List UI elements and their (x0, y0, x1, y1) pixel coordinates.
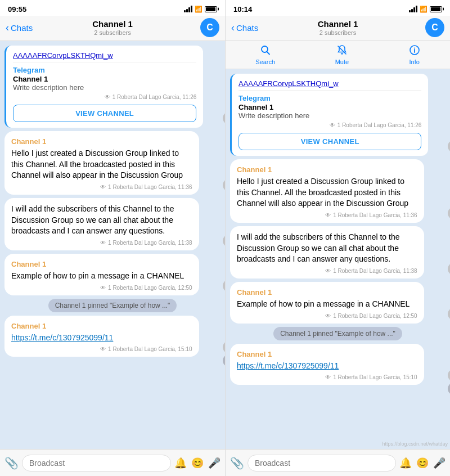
back-chevron-left: ‹ (6, 23, 9, 33)
svg-line-1 (267, 52, 269, 55)
plain-msg-text-left: I will add the subscribers of this Chann… (11, 204, 192, 237)
channel-msg1-text-right: Hello I just created a Discussion Group … (237, 176, 417, 209)
toolbar-info-label-right: Info (410, 59, 420, 65)
nav-center-right: Channel 1 2 subscribers (318, 19, 358, 36)
welcome-link-left[interactable]: AAAAAFRCorvpLSKTHQmi_w (13, 51, 196, 60)
eye-icon-left-0: 👁 (105, 94, 110, 100)
share-btn-plain-right[interactable]: ➤ (448, 263, 450, 275)
welcome-card-wrapper-right: AAAAAFRCorvpLSKTHQmi_w Telegram Channel … (230, 74, 446, 156)
welcome-channel-right: Channel 1 (238, 103, 421, 111)
channel-msg2-text-left: Example of how to pin a message in a CHA… (11, 271, 192, 282)
welcome-desc-left: Write description here (13, 83, 196, 92)
nav-center-left: Channel 1 2 subscribers (92, 19, 133, 36)
toolbar-right: Search Mute (226, 41, 450, 69)
wifi-icon-right: 📶 (420, 6, 428, 13)
emoji-icon-left[interactable]: 😊 (191, 457, 204, 469)
attach-icon-left[interactable]: 📎 (4, 456, 19, 470)
bell-icon-left[interactable]: 🔔 (174, 457, 187, 469)
toolbar-search-label-right: Search (255, 59, 275, 65)
channel-label-link-left: Channel 1 (11, 321, 192, 331)
channel-msg1-left: Channel 1 Hello I just created a Discuss… (4, 131, 199, 195)
broadcast-input-left[interactable] (22, 455, 171, 471)
nav-avatar-left[interactable]: C (200, 18, 219, 37)
svg-point-5 (414, 48, 415, 49)
search-icon-right (260, 44, 271, 57)
eye-icon-left-5: 👁 (100, 345, 106, 353)
eye-icon-left-2: 👁 (100, 239, 106, 247)
screen-right: 10:14 📶 ‹ Chats Channel 1 (225, 0, 450, 476)
eye-icon-right-0: 👁 (330, 122, 335, 128)
toolbar-search-right[interactable]: Search (255, 44, 275, 65)
channel-label-msg2-left: Channel 1 (11, 259, 192, 270)
channel-msg2-right: Channel 1 Example of how to pin a messag… (230, 282, 424, 324)
bell-off-icon-right (336, 44, 348, 57)
channel-msg2-left: Channel 1 Example of how to pin a messag… (4, 254, 199, 295)
toolbar-info-right[interactable]: Info (409, 44, 420, 65)
battery-icon-right (430, 6, 442, 12)
screen-left: 09:55 📶 ‹ Chats Channel 1 (0, 0, 225, 476)
plain-msg-wrapper-left: I will add the subscribers of this Chann… (4, 198, 220, 250)
back-button-left[interactable]: ‹ Chats (6, 23, 33, 33)
nav-subtitle-right: 2 subscribers (318, 29, 358, 36)
welcome-meta-left: 👁 1 Roberta Dal Lago Garcia, 11:26 (13, 94, 196, 100)
toolbar-mute-label-right: Mute (335, 59, 349, 65)
welcome-card-right: AAAAAFRCorvpLSKTHQmi_w Telegram Channel … (230, 74, 428, 156)
share-btn-pin-right[interactable]: ➤ (448, 308, 450, 320)
status-time-right: 10:14 (233, 5, 252, 14)
plain-msg-text-right: I will add the subscribers of this Chann… (237, 232, 417, 265)
mic-icon-left[interactable]: 🎤 (208, 457, 220, 469)
nav-title-right: Channel 1 (318, 19, 358, 29)
channel-msg1-right: Channel 1 Hello I just created a Discuss… (230, 159, 424, 223)
chevron-btn-right[interactable]: ∨ (448, 383, 450, 395)
input-icons-right: 🔔 😊 🎤 (399, 457, 446, 469)
view-channel-btn-left[interactable]: VIEW CHANNEL (13, 105, 196, 122)
input-bar-left: 📎 🔔 😊 🎤 (0, 449, 225, 476)
broadcast-input-right[interactable] (248, 455, 396, 471)
channel-link-msg-left: Channel 1 https://t.me/c/1307925099/11 👁… (4, 316, 199, 357)
channel-link-wrapper-left: Channel 1 https://t.me/c/1307925099/11 👁… (4, 316, 220, 357)
emoji-icon-right[interactable]: 😊 (416, 457, 429, 469)
share-btn-welcome-right[interactable]: ➤ (448, 140, 450, 152)
plain-msg-wrapper-right: I will add the subscribers of this Chann… (230, 226, 446, 279)
mic-icon-right[interactable]: 🎤 (433, 457, 446, 469)
share-btn-link-right[interactable]: ➤ (448, 369, 450, 381)
welcome-meta-right: 👁 1 Roberta Dal Lago Garcia, 11:26 (238, 122, 421, 128)
eye-icon-left-3: 👁 (100, 284, 106, 292)
share-btn-msg1-right[interactable]: ➤ (448, 207, 450, 219)
channel-msg1-wrapper-left: Channel 1 Hello I just created a Discuss… (4, 131, 220, 195)
plain-msg-meta-left: 👁 1 Roberta Dal Lago Garcia, 11:38 (11, 239, 192, 247)
welcome-card-left: AAAAAFRCorvpLSKTHQmi_w Telegram Channel … (4, 46, 203, 128)
back-label-right: Chats (236, 23, 258, 33)
back-label-left: Chats (11, 23, 33, 33)
channel-link-meta-left: 👁 1 Roberta Dal Lago Garcia, 15:10 (11, 345, 192, 353)
bell-icon-right[interactable]: 🔔 (399, 457, 412, 469)
eye-icon-right-3: 👁 (325, 312, 331, 320)
nav-bar-right: ‹ Chats Channel 1 2 subscribers C (226, 16, 450, 41)
eye-icon-right-2: 👁 (325, 267, 331, 275)
channel-link-wrapper-right: Channel 1 https://t.me/c/1307925099/11 👁… (230, 344, 446, 385)
channel-url-right[interactable]: https://t.me/c/1307925099/11 (237, 361, 339, 370)
wifi-icon-left: 📶 (195, 6, 202, 13)
view-channel-btn-right[interactable]: VIEW CHANNEL (238, 133, 421, 150)
status-time-left: 09:55 (8, 5, 26, 14)
screens-wrapper: 09:55 📶 ‹ Chats Channel 1 (0, 0, 450, 476)
channel-msg1-text-left: Hello I just created a Discussion Group … (11, 148, 192, 181)
attach-icon-right[interactable]: 📎 (230, 456, 244, 470)
nav-avatar-right[interactable]: C (425, 18, 444, 37)
chat-area-right: AAAAAFRCorvpLSKTHQmi_w Telegram Channel … (226, 69, 450, 449)
channel-msg2-meta-right: 👁 1 Roberta Dal Lago Garcia, 12:50 (237, 312, 417, 320)
channel-label-msg1-left: Channel 1 (11, 137, 192, 147)
input-bar-right: 📎 🔔 😊 🎤 (226, 449, 450, 476)
status-bar-right: 10:14 📶 (226, 0, 450, 16)
channel-msg1-meta-left: 👁 1 Roberta Dal Lago Garcia, 11:36 (11, 183, 192, 191)
channel-link-meta-right: 👁 1 Roberta Dal Lago Garcia, 15:10 (237, 374, 417, 381)
back-button-right[interactable]: ‹ Chats (231, 23, 258, 33)
channel-link-msg-right: Channel 1 https://t.me/c/1307925099/11 👁… (230, 344, 424, 385)
welcome-link-right[interactable]: AAAAAFRCorvpLSKTHQmi_w (238, 79, 421, 88)
toolbar-mute-right[interactable]: Mute (335, 44, 349, 65)
telegram-label-left: Telegram (13, 66, 45, 74)
channel-msg2-wrapper-right: Channel 1 Example of how to pin a messag… (230, 282, 446, 324)
signal-icon-right (409, 6, 417, 12)
back-chevron-right: ‹ (231, 23, 235, 33)
channel-url-left[interactable]: https://t.me/c/1307925099/11 (11, 333, 113, 342)
